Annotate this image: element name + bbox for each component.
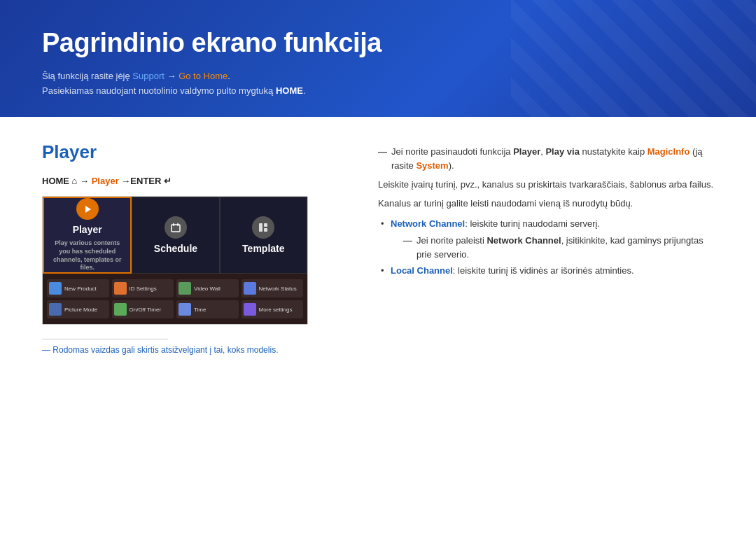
new-product-icon: [49, 282, 62, 295]
network-status-icon: [244, 282, 256, 295]
screenshot-bottom-bar: New Product ID Settings Video Wall Netwo…: [43, 274, 307, 324]
local-channel-label: Local Channel: [391, 265, 453, 276]
nav-home: HOME ⌂ →: [42, 176, 92, 186]
nav-path: HOME ⌂ → Player →ENTER ↵: [42, 176, 336, 186]
mini-btn-more-settings[interactable]: More settings: [241, 300, 304, 318]
nav-enter: →ENTER ↵: [119, 176, 172, 186]
header-subtitle-2: Pasiekiamas naudojant nuotolinio valdymo…: [42, 85, 714, 96]
screenshot-tiles: Player Play various contents you has sch…: [43, 197, 307, 274]
player-tile[interactable]: Player Play various contents you has sch…: [43, 197, 132, 274]
mini-btn-time[interactable]: Time: [176, 300, 239, 318]
header-subtitle-1: Šią funkciją rasite įėję Support → Go to…: [42, 71, 714, 81]
template-tile[interactable]: Template: [220, 197, 307, 274]
section-title: Player: [42, 141, 336, 163]
left-column: Player HOME ⌂ → Player →ENTER ↵ Player P…: [42, 141, 336, 511]
mini-btn-id-settings[interactable]: ID Settings: [112, 279, 174, 297]
on-off-timer-icon: [114, 303, 127, 316]
subtitle1-prefix: Šią funkciją rasite įėję: [42, 71, 132, 81]
dash-note-prefix: Jei norite pasinaudoti funkcija: [391, 146, 513, 157]
page-title: Pagrindinio ekrano funkcija: [42, 28, 714, 58]
nav-player-label: Player: [92, 176, 119, 186]
network-channel-label: Network Channel: [391, 218, 465, 229]
header-banner: Pagrindinio ekrano funkcija Šią funkciją…: [0, 0, 756, 117]
mini-label-id-settings: ID Settings: [130, 286, 157, 292]
svg-rect-5: [264, 223, 267, 227]
text-line-1: Leiskite įvairų turinį, pvz., kanalus su…: [378, 178, 714, 192]
bullet2-text: : leiskite turinį iš vidinės ar išorinės…: [453, 265, 634, 276]
svg-rect-6: [264, 228, 267, 232]
player-tile-subtitle: Play various contents you has scheduled …: [44, 239, 130, 272]
mini-label-network-status: Network Status: [259, 286, 297, 292]
screenshot-mockup: Player Play various contents you has sch…: [42, 196, 308, 325]
mini-label-more-settings: More settings: [259, 307, 293, 313]
dash-player: Player: [513, 146, 540, 157]
dash-magicinfo: MagicInfo: [648, 146, 690, 157]
go-to-home-link[interactable]: Go to Home: [178, 71, 227, 81]
mini-btn-network-status[interactable]: Network Status: [241, 279, 304, 297]
divider: [42, 339, 168, 339]
right-column: — Jei norite pasinaudoti funkcija Player…: [378, 141, 714, 511]
bullet1-text: : leiskite turinį naudodami serverį.: [465, 218, 600, 229]
player-tile-label: Player: [73, 224, 102, 235]
mini-btn-new-product[interactable]: New Product: [47, 279, 109, 297]
more-settings-icon: [244, 303, 256, 316]
sub-dash-prefix: Jei norite paleisti: [416, 235, 484, 246]
player-icon: [76, 198, 99, 220]
picture-mode-icon: [49, 303, 62, 316]
template-icon: [252, 216, 274, 239]
video-wall-icon: [178, 282, 191, 295]
mini-label-new-product: New Product: [64, 286, 97, 292]
svg-rect-1: [172, 225, 180, 232]
schedule-tile[interactable]: Schedule: [132, 197, 219, 274]
support-link[interactable]: Support: [132, 71, 164, 81]
time-icon: [178, 303, 191, 316]
bullet-list: Network Channel: leiskite turinį naudoda…: [378, 217, 714, 279]
sub-dash-note: — Jei norite paleisti Network Channel, į…: [391, 234, 714, 261]
schedule-tile-label: Schedule: [154, 243, 197, 254]
mini-btn-video-wall[interactable]: Video Wall: [176, 279, 239, 297]
dash-play-via: Play via: [545, 146, 579, 157]
main-content: Player HOME ⌂ → Player →ENTER ↵ Player P…: [0, 117, 756, 534]
bullet-network-channel: Network Channel: leiskite turinį naudoda…: [378, 217, 714, 262]
mini-label-picture-mode: Picture Mode: [64, 307, 97, 313]
mini-btn-picture-mode[interactable]: Picture Mode: [47, 300, 109, 318]
mini-btn-on-off-timer[interactable]: On/Off Timer: [112, 300, 174, 318]
schedule-icon: [164, 216, 187, 239]
dash-system: System: [416, 160, 448, 171]
svg-rect-4: [259, 223, 262, 232]
mini-label-video-wall: Video Wall: [194, 286, 220, 292]
bullet-local-channel: Local Channel: leiskite turinį iš vidinė…: [378, 264, 714, 279]
svg-marker-0: [85, 206, 91, 213]
sub-dash-nc: Network Channel: [486, 235, 561, 246]
text-line-2: Kanalus ar turinį galite leisti naudodam…: [378, 197, 714, 211]
mini-label-time: Time: [194, 307, 206, 313]
footnote: — Rodomas vaizdas gali skirtis atsižvelg…: [42, 345, 336, 355]
id-settings-icon: [114, 282, 127, 295]
template-tile-label: Template: [242, 243, 284, 254]
mini-label-on-off-timer: On/Off Timer: [130, 307, 162, 313]
intro-dash-note: — Jei norite pasinaudoti funkcija Player…: [378, 145, 714, 172]
